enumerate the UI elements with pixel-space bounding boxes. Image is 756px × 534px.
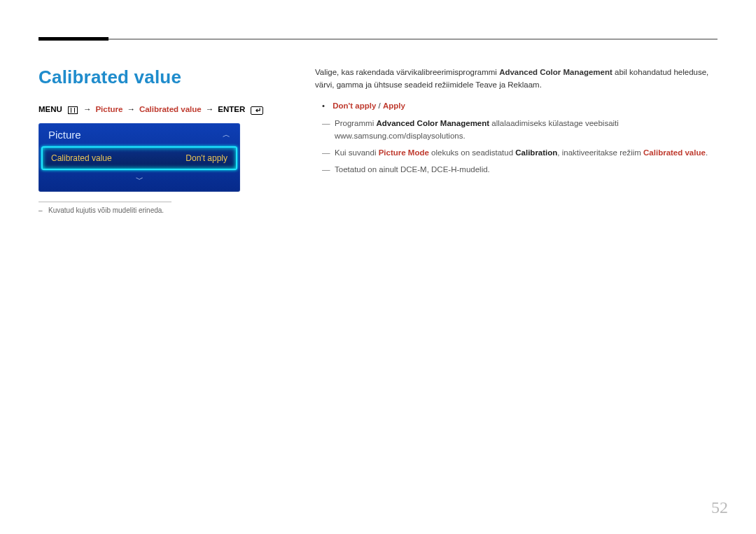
menu-icon xyxy=(68,106,78,114)
osd-header-title: Picture xyxy=(48,129,81,141)
note-red: Picture Mode xyxy=(379,148,429,157)
top-rule xyxy=(38,38,718,40)
note-text: , inaktiveeritakse režiim xyxy=(557,148,643,157)
footnote-rule xyxy=(38,202,172,202)
options-line: • Don't apply / Apply xyxy=(322,100,718,113)
para-text: Valige, kas rakendada värvikalibreerimis… xyxy=(315,68,499,76)
note-supported-models: Toetatud on ainult DCE-M, DCE-H-mudelid. xyxy=(322,164,718,176)
breadcrumb: MENU → Picture → Calibrated value → ENTE… xyxy=(38,105,273,113)
breadcrumb-calibrated: Calibrated value xyxy=(139,105,202,113)
chevron-down-icon[interactable]: ﹀ xyxy=(136,175,144,183)
note-text: Programmi xyxy=(335,119,376,127)
para-bold: Advanced Color Management xyxy=(499,68,612,76)
option-dont-apply: Don't apply xyxy=(332,101,376,110)
option-slash: / xyxy=(376,101,383,110)
note-red: Calibrated value xyxy=(643,148,706,157)
osd-header: Picture ︿ xyxy=(38,123,240,146)
enter-icon xyxy=(251,106,263,115)
footnote: –Kuvatud kujutis võib mudeliti erineda. xyxy=(38,206,273,214)
note-download: Programmi Advanced Color Management alla… xyxy=(322,118,718,143)
note-bold: Calibration xyxy=(515,148,557,157)
note-text: olekuks on seadistatud xyxy=(429,148,515,157)
breadcrumb-arrow: → xyxy=(206,105,214,113)
osd-panel: Picture ︿ Calibrated value Don't apply ﹀ xyxy=(38,123,240,192)
chevron-up-icon[interactable]: ︿ xyxy=(223,129,230,140)
description-paragraph: Valige, kas rakendada värvikalibreerimis… xyxy=(315,66,718,92)
page-number: 52 xyxy=(711,498,728,517)
osd-row-value: Don't apply xyxy=(186,153,227,163)
osd-row-calibrated[interactable]: Calibrated value Don't apply xyxy=(41,146,237,170)
breadcrumb-menu: MENU xyxy=(38,105,62,113)
note-text: Kui suvandi xyxy=(335,148,379,157)
breadcrumb-arrow: → xyxy=(127,105,135,113)
breadcrumb-picture: Picture xyxy=(95,105,122,113)
note-bold: Advanced Color Management xyxy=(376,119,489,127)
osd-row-label: Calibrated value xyxy=(51,153,112,163)
note-text: . xyxy=(706,148,708,157)
breadcrumb-enter: ENTER xyxy=(218,105,245,113)
footnote-text: Kuvatud kujutis võib mudeliti erineda. xyxy=(48,206,164,214)
section-title: Calibrated value xyxy=(38,66,273,88)
breadcrumb-arrow: → xyxy=(83,105,92,113)
note-picture-mode: Kui suvandi Picture Mode olekuks on sead… xyxy=(322,147,718,160)
note-text: Toetatud on ainult DCE-M, DCE-H-mudelid. xyxy=(335,165,490,174)
option-apply: Apply xyxy=(383,101,405,110)
osd-footer: ﹀ xyxy=(38,170,240,192)
